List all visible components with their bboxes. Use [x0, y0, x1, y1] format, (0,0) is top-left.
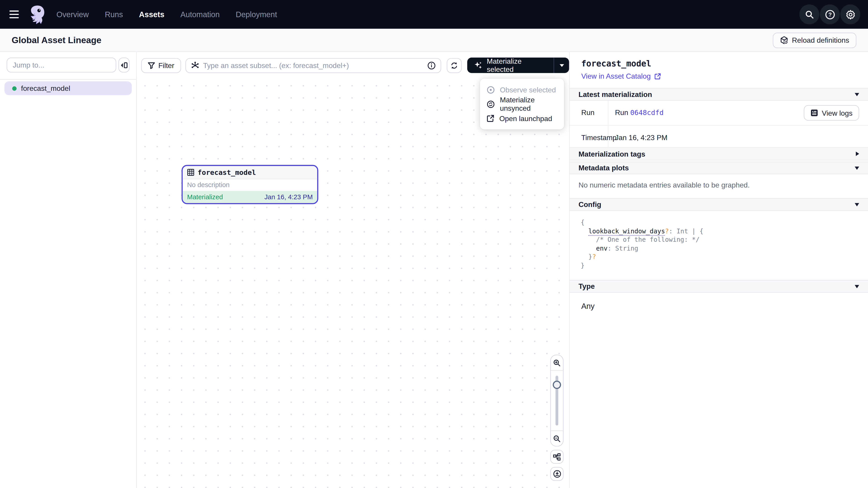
chevron-down-icon — [855, 203, 859, 206]
top-nav: Overview Runs Assets Automation Deployme… — [0, 0, 868, 29]
logs-icon — [810, 109, 818, 117]
asset-subset-input[interactable] — [203, 61, 424, 70]
run-row: Run Run 0648cdfd View logs — [569, 101, 868, 126]
asset-subset-search — [185, 58, 441, 73]
asset-node-status-bar: Materialized Jan 16, 4:23 PM — [183, 191, 317, 203]
menu-item-observe-selected: Observe selected — [480, 83, 564, 97]
nav-item-deployment[interactable]: Deployment — [236, 10, 277, 19]
rearrange-graph-button[interactable] — [550, 450, 563, 464]
asset-sidebar: forecast_model — [0, 52, 137, 488]
asset-node-forecast-model[interactable]: forecast_model No description Materializ… — [182, 165, 318, 204]
app-root: Overview Runs Assets Automation Deployme… — [0, 0, 868, 488]
section-latest-materialization[interactable]: Latest materialization — [569, 88, 868, 101]
chevron-down-icon — [559, 64, 564, 67]
chevron-down-icon — [855, 285, 859, 288]
materialize-dropdown-menu: Observe selected Materialize unsynced Op… — [480, 78, 564, 129]
materialize-dropdown-toggle[interactable] — [554, 58, 569, 73]
jump-to-input[interactable] — [6, 58, 116, 72]
search-icon[interactable] — [799, 4, 819, 24]
status-dot-icon — [12, 86, 17, 91]
svg-text:?: ? — [828, 11, 832, 18]
menu-item-materialize-unsynced[interactable]: Materialize unsynced — [480, 97, 564, 111]
zoom-in-button[interactable] — [551, 355, 563, 370]
zoom-slider-thumb[interactable] — [553, 381, 561, 389]
external-link-icon — [487, 115, 494, 122]
asset-node-name: forecast_model — [197, 168, 256, 176]
filter-funnel-icon — [148, 62, 155, 69]
menu-item-open-launchpad[interactable]: Open launchpad — [480, 111, 564, 126]
view-in-asset-catalog-link[interactable]: View in Asset Catalog — [581, 72, 856, 80]
materialized-status: Materialized — [187, 193, 223, 201]
info-icon[interactable] — [428, 61, 436, 70]
nav-item-automation[interactable]: Automation — [180, 10, 219, 19]
config-code-block: { lookback_window_days?: Int | { /* One … — [569, 211, 868, 280]
reload-cube-icon — [780, 36, 788, 44]
zoom-controls — [550, 355, 563, 481]
sparkle-icon — [474, 61, 483, 70]
sidebar-item-forecast-model[interactable]: forecast_model — [4, 81, 132, 95]
section-config[interactable]: Config — [569, 198, 868, 211]
dagster-logo-icon[interactable] — [27, 3, 49, 26]
page-title: Global Asset Lineage — [11, 35, 101, 45]
timestamp-row: Timestamp Jan 16, 4:23 PM — [569, 126, 868, 148]
refresh-icon[interactable] — [447, 58, 462, 73]
materialize-sync-icon — [487, 100, 495, 108]
lineage-canvas[interactable]: Filter — [137, 52, 569, 488]
nav-links: Overview Runs Assets Automation Deployme… — [57, 10, 277, 19]
metadata-plots-empty-text: No numeric metadata entries available to… — [569, 174, 868, 198]
asset-detail-panel: forecast_model View in Asset Catalog Lat… — [569, 52, 868, 488]
filter-button[interactable]: Filter — [141, 58, 181, 73]
menu-icon[interactable] — [8, 7, 22, 22]
section-type[interactable]: Type — [569, 280, 868, 293]
chevron-down-icon — [855, 166, 859, 170]
materialized-timestamp: Jan 16, 4:23 PM — [265, 193, 313, 201]
view-logs-button[interactable]: View logs — [804, 105, 859, 121]
page-header: Global Asset Lineage Reload definitions — [0, 29, 868, 52]
chevron-right-icon — [856, 152, 859, 156]
panel-asset-title: forecast_model — [581, 59, 856, 69]
chevron-down-icon — [855, 93, 859, 96]
materialize-selected-button: Materialize selected — [467, 58, 569, 73]
download-image-button[interactable] — [550, 467, 563, 481]
settings-gear-icon[interactable] — [840, 4, 860, 24]
nav-item-assets[interactable]: Assets — [139, 10, 164, 19]
section-metadata-plots[interactable]: Metadata plots — [569, 162, 868, 174]
nav-item-overview[interactable]: Overview — [57, 10, 89, 19]
graph-toolbar: Filter — [141, 58, 569, 73]
help-icon[interactable]: ? — [820, 4, 840, 24]
external-link-icon — [654, 73, 660, 79]
reload-definitions-button[interactable]: Reload definitions — [773, 32, 857, 48]
section-materialization-tags[interactable]: Materialization tags — [569, 148, 868, 160]
type-value: Any — [569, 293, 868, 320]
observe-circle-dot-icon — [487, 86, 495, 94]
asset-graph-icon — [191, 61, 199, 70]
collapse-panel-button[interactable] — [119, 58, 129, 72]
materialize-selected-main[interactable]: Materialize selected — [467, 58, 554, 73]
nav-item-runs[interactable]: Runs — [105, 10, 123, 19]
run-id-link[interactable]: 0648cdfd — [630, 108, 663, 117]
asset-node-description: No description — [183, 179, 317, 191]
zoom-out-button[interactable] — [551, 431, 563, 446]
table-icon — [187, 169, 194, 176]
sidebar-item-label: forecast_model — [21, 84, 70, 92]
